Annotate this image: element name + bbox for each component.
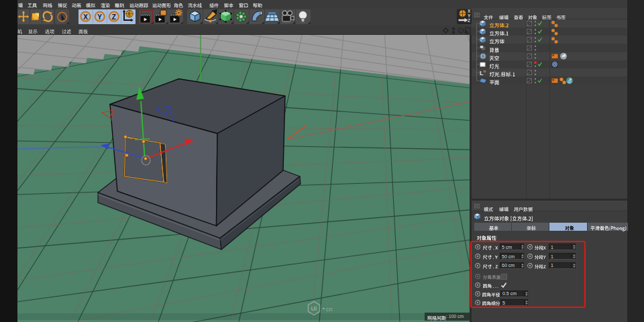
svg-text:Ui: Ui (311, 305, 317, 312)
svg-text:cn: cn (326, 306, 333, 313)
svg-text:o: o (484, 69, 486, 73)
